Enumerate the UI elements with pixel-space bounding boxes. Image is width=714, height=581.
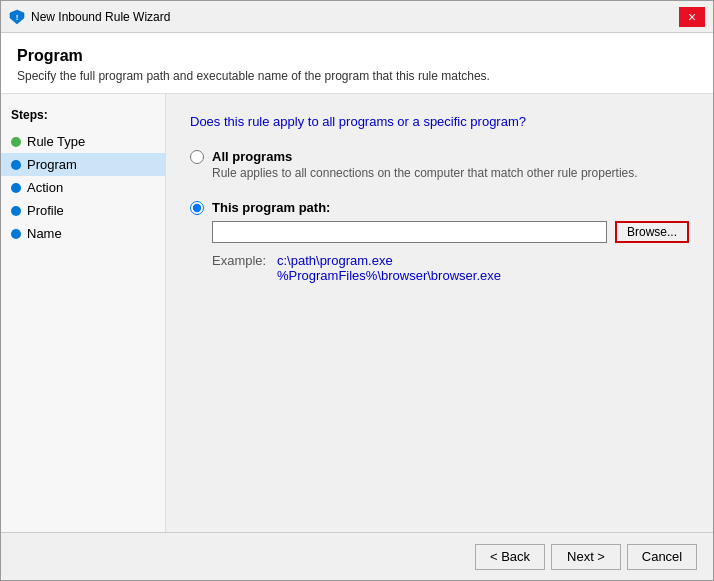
sidebar-label-name: Name xyxy=(27,226,62,241)
question-text: Does this rule apply to all programs or … xyxy=(190,114,689,129)
sidebar-item-program[interactable]: Program xyxy=(1,153,165,176)
program-path-option: This program path: Browse... Example: c:… xyxy=(190,200,689,283)
dot-icon-action xyxy=(11,183,21,193)
dot-icon-profile xyxy=(11,206,21,216)
dialog-header: Program Specify the full program path an… xyxy=(1,33,713,94)
page-description: Specify the full program path and execut… xyxy=(17,69,697,83)
dot-icon-rule-type xyxy=(11,137,21,147)
program-path-row-label: This program path: xyxy=(190,200,689,215)
all-programs-row: All programs xyxy=(190,149,689,164)
dot-icon-program xyxy=(11,160,21,170)
dialog-footer: < Back Next > Cancel xyxy=(1,532,713,580)
all-programs-label[interactable]: All programs xyxy=(212,149,292,164)
close-button[interactable]: × xyxy=(679,7,705,27)
example-path-2: %ProgramFiles%\browser\browser.exe xyxy=(277,268,501,283)
title-bar-left: ! New Inbound Rule Wizard xyxy=(9,9,170,25)
all-programs-radio[interactable] xyxy=(190,150,204,164)
sidebar-item-rule-type[interactable]: Rule Type xyxy=(1,130,165,153)
sidebar-label-action: Action xyxy=(27,180,63,195)
main-content: Does this rule apply to all programs or … xyxy=(166,94,713,532)
next-button[interactable]: Next > xyxy=(551,544,621,570)
program-path-label[interactable]: This program path: xyxy=(212,200,330,215)
all-programs-option: All programs Rule applies to all connect… xyxy=(190,149,689,180)
radio-group: All programs Rule applies to all connect… xyxy=(190,149,689,283)
example-paths: c:\path\program.exe %ProgramFiles%\brows… xyxy=(277,253,501,283)
dialog-window: ! New Inbound Rule Wizard × Program Spec… xyxy=(0,0,714,581)
title-text: New Inbound Rule Wizard xyxy=(31,10,170,24)
sidebar-item-profile[interactable]: Profile xyxy=(1,199,165,222)
shield-icon: ! xyxy=(9,9,25,25)
steps-label: Steps: xyxy=(1,104,165,130)
program-path-input[interactable] xyxy=(212,221,607,243)
program-path-input-row: Browse... xyxy=(212,221,689,243)
back-button[interactable]: < Back xyxy=(475,544,545,570)
program-path-radio[interactable] xyxy=(190,201,204,215)
sidebar-item-action[interactable]: Action xyxy=(1,176,165,199)
sidebar: Steps: Rule Type Program Action Profile … xyxy=(1,94,166,532)
title-bar: ! New Inbound Rule Wizard × xyxy=(1,1,713,33)
example-label: Example: xyxy=(212,253,277,283)
svg-text:!: ! xyxy=(16,13,19,22)
browse-button[interactable]: Browse... xyxy=(615,221,689,243)
sidebar-label-program: Program xyxy=(27,157,77,172)
page-heading: Program xyxy=(17,47,697,65)
example-row: Example: c:\path\program.exe %ProgramFil… xyxy=(212,253,689,283)
cancel-button[interactable]: Cancel xyxy=(627,544,697,570)
all-programs-desc: Rule applies to all connections on the c… xyxy=(212,166,689,180)
sidebar-label-rule-type: Rule Type xyxy=(27,134,85,149)
sidebar-label-profile: Profile xyxy=(27,203,64,218)
dialog-body: Steps: Rule Type Program Action Profile … xyxy=(1,94,713,532)
sidebar-item-name[interactable]: Name xyxy=(1,222,165,245)
example-path-1: c:\path\program.exe xyxy=(277,253,501,268)
dot-icon-name xyxy=(11,229,21,239)
